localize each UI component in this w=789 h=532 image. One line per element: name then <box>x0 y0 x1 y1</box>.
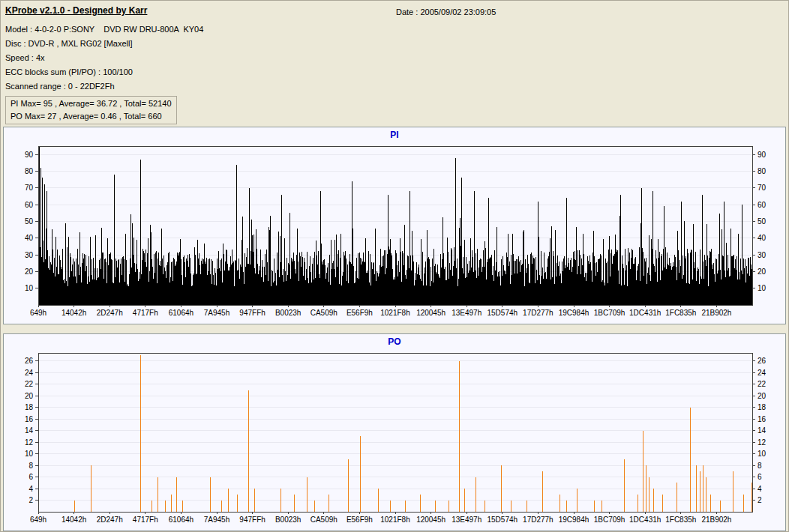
svg-text:7A945h: 7A945h <box>204 309 230 317</box>
svg-text:4717Fh: 4717Fh <box>133 516 158 524</box>
svg-text:1BC709h: 1BC709h <box>594 516 626 524</box>
svg-text:947FFh: 947FFh <box>239 309 265 317</box>
svg-text:E56F9h: E56F9h <box>346 309 373 317</box>
svg-text:1BC709h: 1BC709h <box>594 309 626 317</box>
svg-text:8: 8 <box>28 462 33 470</box>
pi-chart-title: PI <box>4 127 785 142</box>
svg-text:15D574h: 15D574h <box>488 516 518 524</box>
summary-box: PI Max= 95 , Average= 36.72 , Total= 521… <box>5 96 177 124</box>
svg-text:40: 40 <box>758 234 766 242</box>
svg-text:12: 12 <box>758 438 766 447</box>
svg-text:10: 10 <box>25 450 34 458</box>
date-label: Date : 2005/09/02 23:09:05 <box>396 7 496 16</box>
svg-text:8: 8 <box>758 462 762 470</box>
svg-text:40: 40 <box>25 234 34 242</box>
info-scanned-range: Scanned range : 0 - 22DF2Fh <box>5 79 784 94</box>
svg-text:CA509h: CA509h <box>310 516 338 524</box>
svg-text:17D277h: 17D277h <box>523 309 554 317</box>
svg-text:2: 2 <box>758 496 762 504</box>
svg-text:20: 20 <box>25 267 34 276</box>
svg-text:30: 30 <box>25 251 34 259</box>
svg-text:6: 6 <box>28 473 33 481</box>
svg-text:24: 24 <box>25 369 34 377</box>
svg-text:18: 18 <box>758 403 766 411</box>
app-title: KProbe v2.1.0 - Designed by Karr <box>5 5 784 16</box>
svg-text:61064h: 61064h <box>169 309 194 317</box>
svg-text:B0023h: B0023h <box>275 516 301 524</box>
svg-text:90: 90 <box>758 151 766 159</box>
svg-text:80: 80 <box>758 167 766 175</box>
svg-text:CA509h: CA509h <box>310 309 338 317</box>
svg-text:10: 10 <box>25 284 34 292</box>
svg-text:10: 10 <box>758 450 766 458</box>
header: KProbe v2.1.0 - Designed by Karr Date : … <box>1 1 788 125</box>
svg-text:2D247h: 2D247h <box>97 309 123 317</box>
svg-text:19C984h: 19C984h <box>559 516 590 524</box>
info-disc: Disc : DVD-R , MXL RG02 [Maxell] <box>5 37 784 51</box>
svg-text:947FFh: 947FFh <box>239 516 265 524</box>
svg-text:61064h: 61064h <box>169 516 194 524</box>
svg-text:E56F9h: E56F9h <box>346 516 373 524</box>
svg-text:120045h: 120045h <box>416 516 446 524</box>
svg-text:60: 60 <box>758 201 766 209</box>
svg-text:1021F8h: 1021F8h <box>380 516 410 524</box>
kprobe-window: KProbe v2.1.0 - Designed by Karr Date : … <box>0 0 789 532</box>
svg-text:50: 50 <box>758 217 766 226</box>
svg-text:120045h: 120045h <box>416 309 446 317</box>
svg-text:1FC835h: 1FC835h <box>665 309 696 317</box>
svg-text:B0023h: B0023h <box>275 309 301 317</box>
svg-text:4717Fh: 4717Fh <box>133 309 158 317</box>
svg-text:4: 4 <box>758 485 762 493</box>
svg-text:12: 12 <box>25 438 34 447</box>
svg-text:1021F8h: 1021F8h <box>380 309 410 317</box>
svg-text:14: 14 <box>758 426 766 435</box>
svg-text:50: 50 <box>25 217 34 226</box>
po-chart-title: PO <box>4 334 785 348</box>
svg-text:80: 80 <box>25 167 34 175</box>
svg-text:60: 60 <box>25 201 34 209</box>
pi-chart-panel: PI 1010202030304040505060607070808090906… <box>3 127 786 324</box>
svg-text:16: 16 <box>25 415 34 423</box>
svg-text:649h: 649h <box>30 309 46 317</box>
svg-text:1DC431h: 1DC431h <box>629 516 661 524</box>
svg-text:14042h: 14042h <box>62 309 86 317</box>
svg-text:20: 20 <box>758 267 766 276</box>
po-chart-panel: PO 2244668810101212141416161818202022222… <box>3 333 786 531</box>
svg-text:2: 2 <box>28 496 33 504</box>
svg-text:90: 90 <box>25 151 34 159</box>
svg-text:21B902h: 21B902h <box>701 309 731 317</box>
summary-pi-stats: PI Max= 95 , Average= 36.72 , Total= 521… <box>10 97 172 110</box>
svg-text:70: 70 <box>758 184 766 192</box>
svg-text:16: 16 <box>758 415 766 423</box>
po-chart-canvas: 2244668810101212141416161818202022222424… <box>4 348 787 528</box>
svg-text:20: 20 <box>25 392 34 400</box>
svg-text:18: 18 <box>25 403 34 411</box>
svg-text:4: 4 <box>28 485 33 493</box>
svg-text:1FC835h: 1FC835h <box>665 516 696 524</box>
svg-text:22: 22 <box>758 380 766 388</box>
svg-text:26: 26 <box>25 357 34 365</box>
pi-chart-canvas: 101020203030404050506060707080809090649h… <box>4 142 787 321</box>
svg-text:1DC431h: 1DC431h <box>629 309 661 317</box>
svg-text:649h: 649h <box>30 516 46 524</box>
info-model: Model : 4-0-2-0 P:SONY DVD RW DRU-800A K… <box>5 22 784 37</box>
svg-text:13E497h: 13E497h <box>452 309 482 317</box>
svg-text:21B902h: 21B902h <box>701 516 731 524</box>
info-speed: Speed : 4x <box>5 51 784 65</box>
svg-text:14: 14 <box>25 426 34 435</box>
info-ecc-sum: ECC blocks sum (PI/PO) : 100/100 <box>5 65 784 79</box>
svg-text:15D574h: 15D574h <box>488 309 518 317</box>
svg-text:70: 70 <box>25 184 34 192</box>
svg-text:10: 10 <box>758 284 766 292</box>
svg-text:24: 24 <box>758 369 766 377</box>
svg-text:19C984h: 19C984h <box>559 309 590 317</box>
svg-text:13E497h: 13E497h <box>452 516 482 524</box>
summary-po-stats: PO Max= 27 , Average= 0.46 , Total= 660 <box>10 110 172 123</box>
svg-text:6: 6 <box>758 473 762 481</box>
svg-text:2D247h: 2D247h <box>97 516 123 524</box>
svg-text:14042h: 14042h <box>62 516 86 524</box>
svg-text:17D277h: 17D277h <box>523 516 554 524</box>
svg-text:20: 20 <box>758 392 766 400</box>
svg-text:7A945h: 7A945h <box>204 516 230 524</box>
svg-text:30: 30 <box>758 251 766 259</box>
